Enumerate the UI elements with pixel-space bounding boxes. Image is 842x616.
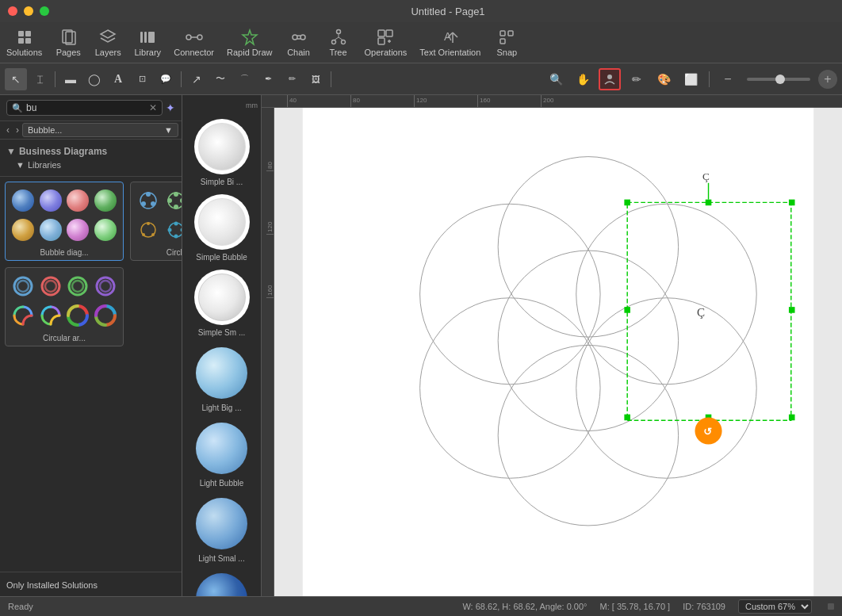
crop-tool[interactable]: ⬜ [679,68,702,90]
search-clear-button[interactable]: ✕ [149,102,157,113]
cs-preview-cell [163,187,182,215]
svg-point-36 [607,75,612,79]
ruler-tick: 120 [414,95,477,107]
selection-center-label: Ç [697,305,705,319]
bubble-preview-cell [38,187,64,215]
toolbar-text-orientation[interactable]: A Text Orientation [413,22,487,63]
search-icon: 🔍 [12,103,23,113]
minimize-button[interactable] [24,6,33,16]
toolbar-tree[interactable]: Tree [319,22,358,63]
car-preview-cell [93,302,119,330]
shape-thumb-simple-bi[interactable]: Simple Bi ... [186,119,258,186]
operations-label: Operations [365,48,408,57]
toolbar-snap[interactable]: Snap [487,22,526,63]
svg-point-43 [180,198,182,203]
toolbar-operations[interactable]: Operations [358,22,414,63]
zoom-select[interactable]: Custom 67% 50% 75% 100% 125% 150% 200% [738,599,812,614]
toolbar-chain[interactable]: Chain [279,22,319,63]
bubble-preview-cell [93,216,119,244]
libraries-expand-icon: ▼ [16,160,25,170]
main-toolbar: Solutions Pages Layers Library Connect [0,22,842,63]
freeform-tool[interactable]: ✏ [281,68,303,90]
select-tool[interactable]: ↖ [5,68,27,90]
rotation-handle-text[interactable]: Ç [702,170,710,182]
nav-back-button[interactable]: ‹ [3,123,13,137]
selection-handle-tr[interactable] [789,200,795,206]
bubble-diag-label: Bubble diag... [40,248,88,257]
pen-tool[interactable]: ✒ [257,68,279,90]
shape-card-bubble-diag[interactable]: Bubble diag... [5,182,124,261]
business-diagrams-section[interactable]: ▼ Business Diagrams [6,144,175,159]
bubble-preview-cell [10,216,36,244]
svg-point-10 [186,35,191,40]
close-button[interactable] [8,6,17,16]
shape-card-circle-spok[interactable]: Circle-spok... [130,182,182,261]
canvas-area[interactable]: Ç Ç ↺ [274,108,842,596]
ellipse-tool[interactable]: ◯ [83,68,105,90]
snap-icon [498,29,515,46]
maximize-button[interactable] [40,6,49,16]
paint-tool[interactable]: 🎨 [653,68,675,90]
pencil-curve-tool[interactable]: 〜 [209,68,232,90]
image-tool[interactable]: 🖼 [304,68,327,90]
light-bubble-preview [194,420,250,476]
selection-handle-ml[interactable] [624,307,630,313]
shape-thumb-simple-bubble[interactable]: Simple Bubble [186,194,258,262]
draw-tool[interactable]: ✏ [626,68,648,90]
shape-thumb-strong-bi[interactable]: Strong Bi ... [186,571,258,596]
svg-rect-35 [500,39,505,44]
container-tool[interactable]: ⊡ [131,68,153,90]
person-tool[interactable] [599,68,621,90]
toolbar-layers[interactable]: Layers [88,22,128,63]
ruler-tick: 200 [541,95,604,107]
bezier-tool[interactable]: ⌒ [233,68,255,90]
nav-dropdown[interactable]: Bubble... ▼ [22,123,178,137]
toolbar-solutions[interactable]: Solutions [0,22,48,63]
zoom-control: Custom 67% 50% 75% 100% 125% 150% 200% [738,599,815,614]
libraries-item[interactable]: ▼ Libraries [6,159,175,171]
ruler-tick: 80 [350,95,414,107]
svg-point-60 [174,221,178,225]
zoom-slider[interactable] [747,78,810,81]
strong-bi-preview [194,571,250,596]
shape-thumb-simple-sm[interactable]: Simple Sm ... [186,270,258,337]
toolbar-library[interactable]: Library [128,22,167,63]
tool-sep-2 [181,71,182,87]
search-input[interactable] [26,102,146,113]
svg-line-31 [453,33,457,37]
toolbar-connector[interactable]: Connector [167,22,220,63]
zoom-hand-tool[interactable]: ✋ [572,68,594,90]
rect-tool[interactable]: ▬ [59,68,82,90]
shape-card-circular-ar[interactable]: Circular ar... [5,267,124,346]
selection-handle-br[interactable] [789,415,795,421]
selection-handle-tl[interactable] [624,200,630,206]
selection-handle-mr[interactable] [789,307,795,313]
zoom-minus-btn[interactable]: − [717,68,739,90]
shape-thumb-light-bubble[interactable]: Light Bubble [186,420,258,488]
sidebar: 🔍 ✕ ✦ ‹ › Bubble... ▼ ▼ Business Diagram… [0,95,182,596]
arrow-tool[interactable]: ↗ [186,68,208,90]
mm-label: mm [246,101,258,109]
simple-sm-preview [194,270,250,325]
shape-thumb-light-small[interactable]: Light Smal ... [186,495,258,563]
connector-label: Connector [174,48,214,57]
solutions-icon [16,29,33,46]
ruler-horizontal: 40 80 120 160 200 [262,95,842,108]
zoom-plus-btn[interactable]: + [818,70,837,89]
text-select-tool[interactable]: ⌶ [29,68,51,90]
ruler-ticks: 40 80 120 160 200 [287,95,842,107]
svg-rect-2 [18,38,24,44]
svg-rect-1 [25,31,31,36]
nav-forward-button[interactable]: › [13,123,22,137]
callout-tool[interactable]: 💬 [155,68,177,90]
zoom-search-tool[interactable]: 🔍 [545,68,567,90]
toolbar-pages[interactable]: Pages [48,22,88,63]
toolbar-rapid-draw[interactable]: Rapid Draw [220,22,278,63]
selection-handle-bl[interactable] [624,415,630,421]
shape-thumb-light-big[interactable]: Light Big ... [186,345,258,412]
svg-point-62 [174,234,178,238]
selection-handle-tm[interactable] [706,200,712,206]
favorite-icon[interactable]: ✦ [166,101,175,114]
svg-point-45 [167,198,172,203]
text-tool[interactable]: A [107,68,129,90]
